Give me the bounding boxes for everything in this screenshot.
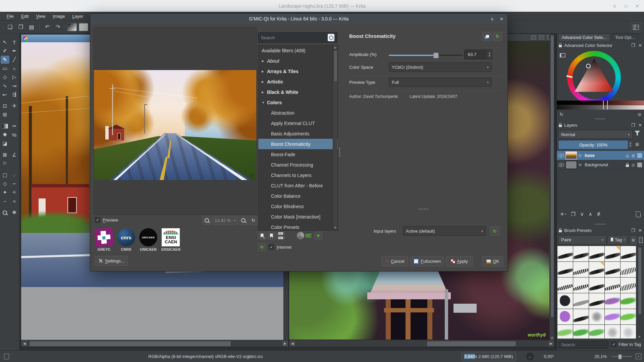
pattern-chooser-button[interactable] bbox=[79, 23, 88, 31]
tool-zoom[interactable] bbox=[1, 208, 9, 217]
brush-preset[interactable] bbox=[573, 325, 589, 339]
shade-slider-top[interactable] bbox=[557, 101, 644, 105]
zoom-widget-icon[interactable] bbox=[636, 354, 641, 359]
tool-assistants[interactable]: ⊠ bbox=[1, 151, 9, 159]
brush-preset[interactable] bbox=[605, 293, 620, 309]
tool-dynamic-brush[interactable]: ↜ bbox=[1, 90, 9, 99]
tool-measure[interactable]: ∠ bbox=[10, 151, 19, 159]
canvas-rotation-dial[interactable]: ↔ bbox=[526, 352, 535, 361]
docker-float-icon[interactable]: ❐ bbox=[631, 123, 635, 128]
preview-zoom-select[interactable]: 12,42 %▾ bbox=[212, 216, 238, 225]
tool-bezier-select[interactable]: ⌢ bbox=[1, 197, 9, 205]
brush-preset[interactable] bbox=[589, 325, 604, 339]
scroll-left-icon[interactable]: ◀ bbox=[289, 340, 296, 347]
layer-thumbnail[interactable] bbox=[566, 161, 577, 169]
menu-view[interactable]: View bbox=[33, 13, 49, 20]
docker-close-icon[interactable]: ✕ bbox=[638, 123, 642, 128]
tab-advanced-color-selector[interactable]: Advanced Color Sele... bbox=[558, 34, 610, 41]
filter-clut-from-after-before[interactable]: CLUT from After - Before bbox=[258, 180, 338, 191]
brush-preset[interactable] bbox=[605, 278, 620, 293]
horizontal-scrollbar[interactable]: ◀ ▶ bbox=[289, 340, 554, 347]
inherit-alpha-icon[interactable]: ⇲ bbox=[578, 163, 581, 167]
filter-channels-to-layers[interactable]: Channels to Layers bbox=[258, 170, 338, 180]
docker-close-icon[interactable]: ✕ bbox=[638, 228, 642, 233]
brush-preset[interactable] bbox=[573, 278, 589, 293]
tool-select-shapes[interactable]: ↖ bbox=[1, 38, 9, 46]
brush-preset[interactable] bbox=[589, 246, 604, 261]
redo-button[interactable]: ↷ bbox=[54, 23, 62, 32]
image-size-field[interactable]: 3.840 x 2.880 (120,7 MiB) bbox=[461, 352, 516, 361]
delete-layer-button[interactable] bbox=[636, 212, 641, 217]
update-filters-button[interactable]: ↻ bbox=[258, 243, 266, 251]
move-layer-up-button[interactable]: ∧ bbox=[589, 211, 592, 217]
scroll-down-icon[interactable]: ▼ bbox=[637, 335, 641, 339]
panel-splitter[interactable]: •••••• bbox=[344, 207, 503, 211]
rename-favorite-button[interactable]: AbcDef bbox=[277, 232, 285, 240]
tool-polygonal-select[interactable]: ◇ bbox=[1, 180, 9, 188]
alpha-lock-icon[interactable]: α bbox=[632, 162, 635, 168]
window-restore-icon[interactable]: ◇ bbox=[624, 3, 628, 9]
zoom-out-button[interactable] bbox=[202, 216, 211, 225]
docker-splitter[interactable]: •••••• bbox=[557, 223, 644, 226]
brush-preset[interactable] bbox=[557, 262, 573, 277]
amplitude-slider[interactable] bbox=[389, 55, 463, 56]
tool-magnetic-select[interactable]: ≈ bbox=[10, 197, 19, 205]
filter-basic-adjustments[interactable]: Basic Adjustments bbox=[258, 128, 338, 139]
brush-preset[interactable] bbox=[573, 262, 589, 277]
scroll-right-icon[interactable]: ▶ bbox=[282, 340, 288, 347]
brush-preset[interactable] bbox=[621, 293, 636, 309]
layer-properties-button[interactable]: ≢ bbox=[597, 211, 602, 218]
remove-favorite-button[interactable] bbox=[267, 232, 275, 240]
gmic-search-input[interactable]: Search bbox=[258, 32, 337, 43]
opacity-spinner[interactable]: ▴▾ bbox=[628, 140, 633, 149]
brush-preset[interactable] bbox=[605, 246, 620, 261]
preset-thumbnail-button[interactable] bbox=[638, 235, 644, 245]
tool-text[interactable]: T bbox=[10, 38, 19, 46]
fullscreen-button[interactable]: Fullscreen bbox=[410, 256, 444, 266]
gmic-close-icon[interactable]: ✕ bbox=[500, 16, 503, 21]
menu-edit[interactable]: Edit bbox=[18, 13, 32, 20]
docker-lock-icon[interactable] bbox=[559, 45, 562, 47]
filter-artistic[interactable]: ▶Artistic bbox=[258, 76, 338, 87]
tab-tool-options[interactable]: Tool Opt... bbox=[611, 34, 639, 41]
tool-rectangle[interactable]: ▭ bbox=[1, 64, 9, 72]
tool-edit-shapes[interactable]: ✐ bbox=[1, 47, 9, 55]
tool-elliptical-select[interactable]: ◌ bbox=[10, 171, 19, 179]
brush-preset[interactable] bbox=[589, 309, 604, 324]
preset-type-select[interactable]: Paint▾ bbox=[558, 235, 606, 244]
preview-checkbox[interactable]: ✓ bbox=[95, 217, 100, 223]
amplitude-spinbox[interactable]: 63.7 ▴▾ bbox=[464, 50, 492, 59]
filter-color-mask-interactive[interactable]: Color Mask [Interactive] bbox=[258, 212, 338, 222]
tool-bezier-curve[interactable]: ∿ bbox=[1, 82, 9, 90]
search-button[interactable] bbox=[328, 34, 334, 41]
gmic-shade-icon[interactable]: ∧ bbox=[491, 16, 494, 21]
tool-smart-patch[interactable]: ✺ bbox=[1, 131, 9, 139]
zoom-slider[interactable] bbox=[611, 356, 632, 357]
add-layer-dropdown-icon[interactable]: ▾ bbox=[565, 213, 567, 216]
brush-preset[interactable] bbox=[621, 246, 636, 261]
window-close-icon[interactable]: ✕ bbox=[635, 3, 639, 9]
no-color-icon[interactable]: ⊘ bbox=[638, 112, 641, 117]
gmic-preview-image[interactable]: Ql bbox=[94, 70, 256, 180]
brush-preset[interactable] bbox=[589, 293, 604, 309]
collapse-all-button[interactable]: ▼ bbox=[314, 232, 322, 240]
brush-preset[interactable] bbox=[621, 278, 636, 293]
window-minimize-icon[interactable]: ∨ bbox=[613, 3, 616, 9]
brush-preset[interactable] bbox=[589, 262, 604, 277]
tool-similar-color-select[interactable]: ✦ bbox=[1, 188, 9, 196]
alpha-lock-icon[interactable]: α bbox=[632, 153, 635, 158]
brush-preset[interactable] bbox=[589, 278, 604, 293]
selector-settings-button[interactable] bbox=[559, 52, 566, 59]
brush-preset[interactable] bbox=[557, 293, 573, 309]
brush-preset[interactable] bbox=[573, 246, 589, 261]
layer-row-background[interactable]: ⇲Backgroundα bbox=[557, 160, 644, 170]
docker-lock-icon[interactable] bbox=[559, 230, 562, 232]
opacity-slider[interactable]: Opacity: 100% bbox=[558, 140, 629, 149]
layers-menu-icon[interactable]: ≡ bbox=[635, 141, 639, 148]
workspace-chooser-button[interactable] bbox=[631, 22, 641, 32]
horizontal-scrollbar[interactable]: ◀ ▶ bbox=[21, 340, 288, 347]
apply-button[interactable]: Apply bbox=[446, 256, 473, 266]
filter-boost-fade[interactable]: Boost-Fade bbox=[258, 149, 338, 160]
filter-arrays-tiles[interactable]: ▶Arrays & Tiles bbox=[258, 66, 338, 76]
filter-channel-processing[interactable]: Channel Processing bbox=[258, 160, 338, 170]
